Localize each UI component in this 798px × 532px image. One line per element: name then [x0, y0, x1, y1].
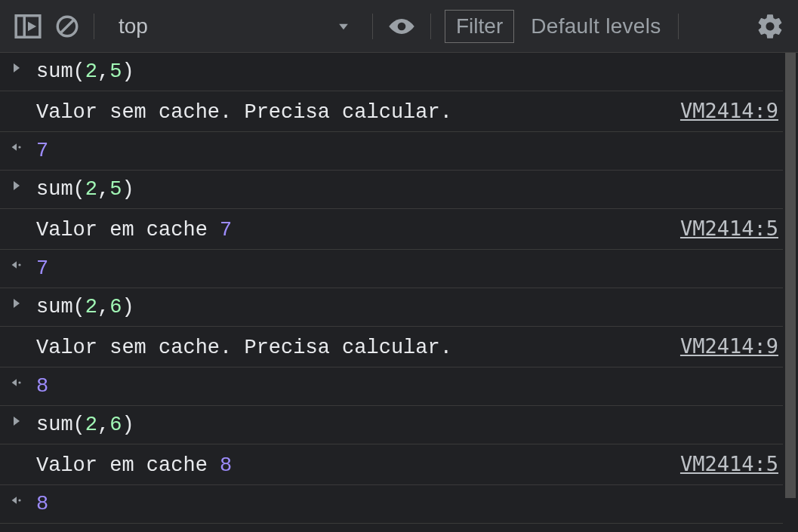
source-link[interactable]: VM2414:5	[680, 452, 778, 475]
svg-marker-17	[12, 497, 17, 504]
svg-marker-5	[339, 23, 348, 29]
row-content: Valor sem cache. Precisa calcular.VM2414…	[36, 334, 798, 359]
row-content: sum(2,5)	[36, 178, 798, 201]
source-link[interactable]: VM2414:5	[680, 217, 778, 240]
live-expression-button[interactable]	[384, 13, 420, 40]
console-toolbar: top Filter Default levels	[0, 0, 798, 53]
svg-marker-8	[12, 143, 17, 151]
source-link[interactable]: VM2414:9	[680, 334, 778, 358]
result-arrow-icon	[11, 377, 23, 389]
row-marker	[11, 178, 36, 192]
result-arrow-icon	[11, 494, 23, 506]
svg-point-15	[18, 381, 20, 383]
row-marker	[11, 140, 36, 153]
vertical-scrollbar[interactable]	[783, 53, 798, 532]
console-row-result: 8	[0, 485, 798, 524]
row-marker	[11, 493, 36, 506]
row-marker	[11, 334, 36, 336]
console-settings-button[interactable]	[753, 9, 787, 44]
row-marker	[11, 452, 36, 454]
row-content: sum(2,6)	[36, 414, 798, 436]
svg-marker-13	[14, 299, 20, 308]
input-expression: sum(2,6)	[36, 296, 134, 318]
console-row-result: 7	[0, 132, 798, 171]
svg-marker-11	[12, 261, 17, 269]
row-content: 7	[36, 140, 798, 162]
svg-point-9	[18, 146, 20, 148]
input-expression: sum(2,6)	[36, 414, 134, 436]
toggle-sidebar-button[interactable]	[11, 9, 45, 44]
row-marker	[11, 99, 36, 100]
result-value: 7	[36, 257, 48, 280]
svg-marker-10	[14, 181, 20, 190]
svg-marker-7	[14, 63, 20, 72]
svg-point-6	[398, 22, 406, 30]
log-message: Valor em cache 8	[36, 454, 232, 477]
result-arrow-icon	[11, 141, 23, 153]
log-level-label: Default levels	[531, 14, 661, 38]
scrollbar-thumb[interactable]	[785, 53, 796, 498]
console-row-result: 8	[0, 367, 798, 406]
input-expression: sum(2,5)	[36, 60, 134, 83]
context-selector[interactable]: top	[105, 14, 362, 38]
result-value: 7	[36, 140, 48, 162]
svg-marker-2	[28, 21, 36, 31]
row-content: sum(2,5)	[36, 60, 798, 83]
svg-line-4	[60, 20, 74, 33]
result-value: 8	[36, 375, 48, 398]
toolbar-divider	[430, 14, 431, 39]
svg-point-12	[18, 263, 20, 266]
chevron-right-icon	[11, 62, 23, 74]
row-marker	[11, 414, 36, 427]
ban-icon	[54, 14, 80, 39]
console-row-log: Valor em cache 8VM2414:5	[0, 444, 798, 485]
sidebar-play-icon	[14, 12, 42, 41]
gear-icon	[756, 12, 784, 41]
console-log-area: sum(2,5)Valor sem cache. Precisa calcula…	[0, 53, 798, 524]
row-content: 8	[36, 493, 798, 515]
toolbar-divider	[678, 14, 679, 39]
svg-point-18	[18, 499, 20, 501]
console-row-log: Valor sem cache. Precisa calcular.VM2414…	[0, 327, 798, 367]
row-content: 8	[36, 375, 798, 398]
row-marker	[11, 217, 36, 218]
source-link[interactable]: VM2414:9	[680, 99, 778, 122]
console-row-input: sum(2,5)	[0, 53, 798, 91]
svg-marker-16	[14, 417, 20, 426]
row-marker	[11, 257, 36, 271]
log-message: Valor em cache 7	[36, 219, 232, 241]
chevron-right-icon	[11, 180, 23, 192]
clear-console-button[interactable]	[51, 11, 83, 42]
toolbar-divider	[372, 14, 373, 39]
log-level-selector[interactable]: Default levels	[520, 14, 667, 38]
chevron-right-icon	[11, 415, 23, 427]
chevron-right-icon	[11, 297, 23, 309]
row-marker	[11, 375, 36, 389]
filter-input[interactable]: Filter	[445, 10, 514, 43]
row-content: 7	[36, 257, 798, 280]
input-expression: sum(2,5)	[36, 178, 134, 201]
log-message: Valor sem cache. Precisa calcular.	[36, 337, 452, 359]
result-value: 8	[36, 493, 48, 515]
row-marker	[11, 60, 36, 74]
console-row-input: sum(2,5)	[0, 171, 798, 209]
result-arrow-icon	[11, 259, 23, 271]
svg-marker-14	[12, 379, 17, 386]
row-content: Valor em cache 8VM2414:5	[36, 452, 798, 477]
log-message: Valor sem cache. Precisa calcular.	[36, 101, 452, 124]
chevron-down-icon	[336, 19, 351, 34]
console-row-input: sum(2,6)	[0, 288, 798, 327]
toolbar-divider	[94, 14, 94, 39]
eye-icon	[387, 16, 417, 37]
row-content: sum(2,6)	[36, 296, 798, 318]
console-row-log: Valor em cache 7VM2414:5	[0, 209, 798, 250]
context-label: top	[119, 14, 148, 38]
row-marker	[11, 296, 36, 309]
console-row-input: sum(2,6)	[0, 406, 798, 444]
row-content: Valor sem cache. Precisa calcular.VM2414…	[36, 99, 798, 124]
filter-placeholder: Filter	[456, 14, 503, 38]
console-row-result: 7	[0, 250, 798, 288]
row-content: Valor em cache 7VM2414:5	[36, 217, 798, 241]
console-row-log: Valor sem cache. Precisa calcular.VM2414…	[0, 91, 798, 132]
